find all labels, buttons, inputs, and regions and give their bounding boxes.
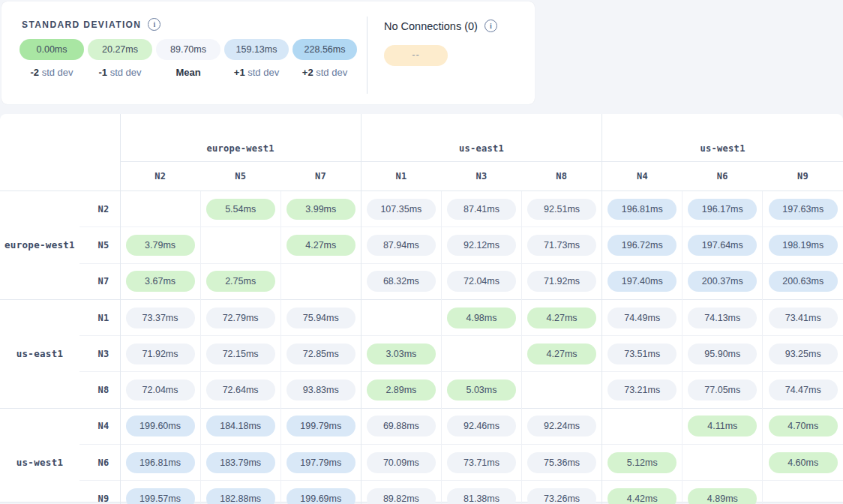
- latency-pill[interactable]: 92.46ms: [447, 416, 516, 436]
- latency-cell: 73.37ms: [120, 299, 200, 335]
- column-node-header-N7: N7: [280, 162, 361, 191]
- latency-pill[interactable]: 68.32ms: [367, 271, 436, 292]
- latency-pill[interactable]: 196.17ms: [688, 199, 757, 220]
- latency-pill[interactable]: 197.40ms: [608, 271, 676, 292]
- latency-pill[interactable]: 182.88ms: [206, 488, 275, 504]
- latency-pill[interactable]: 184.18ms: [206, 416, 275, 436]
- latency-pill[interactable]: 72.79ms: [206, 308, 275, 328]
- legend-pill-minus1[interactable]: 20.27ms: [88, 39, 152, 60]
- latency-pill[interactable]: 5.54ms: [206, 199, 275, 220]
- latency-pill[interactable]: 73.26ms: [527, 488, 596, 504]
- latency-pill[interactable]: 199.69ms: [286, 488, 356, 504]
- latency-pill[interactable]: 73.51ms: [608, 344, 676, 364]
- latency-pill[interactable]: 4.42ms: [608, 488, 676, 504]
- latency-pill[interactable]: 3.99ms: [286, 199, 356, 220]
- latency-cell: 75.36ms: [522, 445, 602, 481]
- std-dev-info-icon[interactable]: i: [148, 18, 160, 31]
- table-row: N73.67ms2.75ms68.32ms72.04ms71.92ms197.4…: [0, 263, 843, 299]
- latency-pill[interactable]: 197.79ms: [286, 452, 356, 473]
- row-node-label-N1: N1: [80, 299, 120, 335]
- latency-pill[interactable]: 200.63ms: [769, 271, 838, 292]
- latency-pill[interactable]: 92.51ms: [527, 199, 596, 220]
- latency-cell: 200.37ms: [682, 263, 763, 299]
- latency-pill[interactable]: 71.73ms: [527, 235, 596, 256]
- latency-cell: 4.60ms: [763, 445, 843, 481]
- latency-pill[interactable]: 69.88ms: [367, 416, 436, 436]
- latency-pill[interactable]: 197.63ms: [769, 199, 838, 220]
- latency-pill[interactable]: 4.11ms: [688, 416, 757, 436]
- latency-pill[interactable]: 72.04ms: [447, 271, 516, 292]
- latency-pill[interactable]: 199.79ms: [286, 416, 356, 436]
- latency-pill[interactable]: 73.21ms: [608, 380, 676, 400]
- latency-pill[interactable]: 3.67ms: [126, 271, 195, 292]
- latency-pill[interactable]: 4.27ms: [286, 235, 356, 256]
- latency-pill[interactable]: 72.85ms: [286, 344, 356, 364]
- latency-cell: 72.04ms: [441, 263, 521, 299]
- latency-pill[interactable]: 73.41ms: [769, 308, 838, 328]
- latency-pill[interactable]: 71.92ms: [126, 344, 195, 364]
- latency-pill[interactable]: 72.15ms: [206, 344, 275, 364]
- legend-pill-minus2[interactable]: 0.00ms: [20, 39, 84, 60]
- column-node-header-N1: N1: [361, 162, 441, 191]
- latency-pill[interactable]: 93.25ms: [769, 344, 838, 364]
- legend-divider: [367, 16, 368, 94]
- latency-pill[interactable]: 95.90ms: [688, 344, 757, 364]
- latency-cell: 196.17ms: [682, 191, 763, 227]
- latency-pill[interactable]: 2.89ms: [367, 380, 436, 400]
- latency-pill[interactable]: 72.64ms: [206, 380, 275, 400]
- latency-cell: 4.27ms: [522, 336, 602, 372]
- row-node-label-N6: N6: [80, 445, 120, 481]
- legend-pill-plus2[interactable]: 228.56ms: [292, 39, 357, 60]
- legend-pill-mean[interactable]: 89.70ms: [156, 39, 220, 60]
- latency-cell: [361, 299, 441, 335]
- latency-pill[interactable]: 196.72ms: [608, 235, 676, 256]
- latency-pill[interactable]: 4.89ms: [688, 488, 757, 504]
- latency-pill[interactable]: 87.94ms: [367, 235, 436, 256]
- latency-pill[interactable]: 198.19ms: [769, 235, 838, 256]
- latency-cell: 3.99ms: [280, 191, 361, 227]
- latency-cell: 72.79ms: [200, 299, 280, 335]
- latency-pill[interactable]: 107.35ms: [367, 199, 436, 220]
- latency-pill[interactable]: 196.81ms: [126, 452, 195, 473]
- no-connections-info-icon[interactable]: i: [484, 20, 497, 32]
- latency-pill[interactable]: 199.60ms: [126, 416, 195, 436]
- latency-pill[interactable]: 74.13ms: [688, 308, 757, 328]
- latency-pill[interactable]: 77.05ms: [688, 380, 757, 400]
- latency-pill[interactable]: 4.70ms: [769, 416, 838, 436]
- latency-pill[interactable]: 70.09ms: [367, 452, 436, 473]
- latency-pill[interactable]: 75.36ms: [527, 452, 596, 473]
- latency-pill[interactable]: 75.94ms: [286, 308, 356, 328]
- latency-pill[interactable]: 92.12ms: [447, 235, 516, 256]
- latency-pill[interactable]: 183.79ms: [206, 452, 275, 473]
- latency-pill[interactable]: 71.92ms: [527, 271, 596, 292]
- latency-pill[interactable]: 4.98ms: [447, 308, 516, 328]
- latency-pill[interactable]: 5.12ms: [608, 452, 676, 473]
- latency-pill[interactable]: 196.81ms: [608, 199, 676, 220]
- legend-pill-plus1[interactable]: 159.13ms: [224, 39, 289, 60]
- latency-pill[interactable]: 93.83ms: [286, 380, 356, 400]
- latency-pill[interactable]: 89.82ms: [367, 488, 436, 504]
- latency-pill[interactable]: 72.04ms: [126, 380, 195, 400]
- latency-pill[interactable]: 74.47ms: [769, 380, 838, 400]
- latency-pill[interactable]: 87.41ms: [447, 199, 516, 220]
- latency-pill[interactable]: 200.37ms: [688, 271, 757, 292]
- latency-pill[interactable]: 4.27ms: [527, 308, 596, 328]
- latency-pill[interactable]: 73.71ms: [447, 452, 516, 473]
- latency-pill[interactable]: 4.27ms: [527, 344, 596, 364]
- latency-pill[interactable]: 92.24ms: [527, 416, 596, 436]
- latency-pill[interactable]: 3.79ms: [126, 235, 195, 256]
- latency-pill[interactable]: 74.49ms: [608, 308, 676, 328]
- latency-pill[interactable]: 197.64ms: [688, 235, 757, 256]
- latency-pill[interactable]: 199.57ms: [126, 488, 195, 504]
- latency-pill[interactable]: 3.03ms: [367, 344, 436, 364]
- table-row: N6196.81ms183.79ms197.79ms70.09ms73.71ms…: [0, 445, 843, 481]
- latency-pill[interactable]: 81.38ms: [447, 488, 516, 504]
- latency-cell: 3.03ms: [361, 336, 441, 372]
- latency-pill[interactable]: 2.75ms: [206, 271, 275, 292]
- row-node-label-N2: N2: [80, 191, 120, 227]
- latency-cell: 5.03ms: [441, 372, 521, 408]
- latency-cell: 196.72ms: [602, 227, 682, 263]
- latency-pill[interactable]: 4.60ms: [769, 452, 838, 473]
- latency-pill[interactable]: 73.37ms: [126, 308, 195, 328]
- latency-pill[interactable]: 5.03ms: [447, 380, 516, 400]
